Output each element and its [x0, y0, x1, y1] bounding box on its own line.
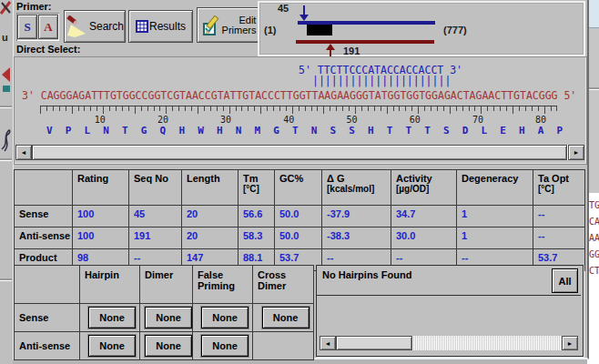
ruler-label-50: 50 — [341, 115, 363, 125]
scroll-right-arrow-icon[interactable]: ► — [568, 145, 584, 160]
results-row-sense[interactable]: Sense 100 45 20 56.6 50.0 -37.9 34.7 1 -… — [15, 206, 585, 228]
checks-header-row: Hairpin Dimer False Priming Cross Dimer — [15, 266, 314, 304]
checks-header-cell: Cross Dimer — [253, 266, 314, 304]
ruler-label-20: 20 — [152, 115, 174, 125]
amino-acid: L — [474, 125, 493, 136]
background-sequence-fragment: CT — [589, 266, 599, 276]
sequence-panel[interactable]: 5' TTCTTCCCATACCACCACCT 3' |||||||||||||… — [14, 56, 587, 165]
background-sequence-fragment: AA — [589, 233, 599, 243]
app-screen: u TG CA AA GG CT Primer: S A — [0, 0, 599, 364]
checks-row-sense: Sense None None None None — [15, 304, 314, 332]
results-header-cell: Rating — [73, 170, 129, 206]
template-sequence[interactable]: 3' CAGGGAGATTTGTGGCCGGTCGTAACCGTATTGTACC… — [22, 89, 576, 102]
antisense-toggle-button[interactable]: A — [38, 15, 58, 39]
amino-acid: G — [267, 125, 286, 136]
antisense-arrow-line — [330, 49, 331, 56]
amino-acid: E — [493, 125, 513, 136]
length-value: 20 — [182, 206, 239, 228]
sense-dimer-none-button[interactable]: None — [145, 307, 192, 329]
degeneracy-value: 1 — [457, 206, 533, 228]
amino-acid: L — [78, 125, 97, 136]
tm-value: 56.6 — [239, 206, 275, 228]
results-header-cell: GC% — [275, 170, 322, 206]
checks-header-cell: Hairpin — [80, 266, 140, 304]
amino-acid: V — [40, 125, 59, 136]
row-label: Anti-sense — [15, 332, 80, 360]
checks-header-cell: False Priming — [193, 266, 253, 304]
ruler-label-60: 60 — [404, 115, 426, 125]
primer-position-diagram: 45 (1) (777) 191 — [258, 1, 585, 56]
checks-header-cell — [15, 266, 80, 304]
sense-toggle-button[interactable]: S — [17, 15, 37, 39]
results-header-cell: Seq No — [129, 170, 182, 206]
scrollbar-thumb[interactable] — [32, 145, 567, 160]
edit-primers-button-label: Edit Primers — [222, 15, 257, 35]
dg-value: -37.9 — [322, 206, 391, 228]
empty-cell — [253, 332, 314, 360]
amino-acid: H — [513, 125, 532, 136]
results-header-cell — [15, 170, 73, 206]
hairpin-horizontal-scrollbar[interactable]: ◄ ► — [320, 336, 578, 350]
results-header-cell: Activity[µg/OD] — [391, 170, 457, 206]
gc-value: 50.0 — [275, 206, 322, 228]
product-region-bar — [307, 25, 332, 35]
results-row-antisense[interactable]: Anti-sense 100 191 20 58.3 50.0 -38.3 30… — [15, 228, 585, 249]
scroll-left-arrow-icon[interactable]: ◄ — [15, 145, 32, 160]
amino-acid: T — [399, 125, 418, 136]
sequence-ruler: 1020304050607080 — [40, 106, 557, 125]
ruler-labels: 1020304050607080 — [40, 106, 557, 125]
sense-false-priming-none-button[interactable]: None — [201, 307, 249, 329]
background-icon-fragment — [0, 0, 12, 15]
taopt-value: -- — [533, 228, 585, 249]
results-header-cell: Ta Opt[°C] — [533, 170, 585, 206]
rating-value: 100 — [73, 228, 129, 249]
results-button[interactable]: Results — [128, 10, 193, 43]
results-header-row: Rating Seq No Length Tm[°C] GC% Δ G[kcal… — [15, 170, 585, 206]
amino-acid: H — [172, 125, 191, 136]
amino-acid: N — [305, 125, 324, 136]
results-header-cell: Δ G[kcals/mol] — [322, 170, 391, 206]
primer-match-bars: |||||||||||||||||||||| — [312, 75, 451, 87]
background-icon-fragment — [0, 64, 12, 95]
scrollbar-track[interactable] — [412, 336, 562, 350]
scroll-left-arrow-icon[interactable]: ◄ — [320, 336, 336, 350]
background-left-strip: u — [0, 0, 13, 364]
amino-acid: H — [361, 125, 381, 136]
background-sequence-fragment: TG — [589, 200, 599, 210]
activity-value: 34.7 — [391, 206, 457, 228]
amino-acid: T — [116, 125, 135, 136]
scroll-right-arrow-icon[interactable]: ► — [562, 336, 578, 350]
amino-acid: M — [248, 125, 267, 136]
sequence-horizontal-scrollbar[interactable]: ◄ ► — [15, 145, 584, 160]
taopt-value: -- — [533, 206, 585, 228]
search-button-label: Search — [89, 20, 124, 33]
amino-acid: N — [229, 125, 249, 136]
seqno-value: 45 — [129, 206, 182, 228]
tm-value: 58.3 — [239, 228, 275, 249]
antisense-dimer-none-button[interactable]: None — [145, 335, 192, 357]
all-button[interactable]: All — [552, 268, 578, 293]
sequence-end-label: (777) — [443, 25, 467, 35]
seqno-value: 191 — [129, 228, 182, 249]
search-button[interactable]: Search — [64, 10, 126, 43]
amino-acid: A — [532, 125, 551, 136]
ruler-label-80: 80 — [530, 115, 552, 125]
ruler-label-30: 30 — [215, 115, 237, 125]
sense-hairpin-none-button[interactable]: None — [88, 307, 136, 329]
panel-divider — [317, 295, 581, 296]
activity-value: 30.0 — [391, 228, 457, 249]
dg-value: -38.3 — [322, 228, 391, 249]
antisense-false-priming-none-button[interactable]: None — [201, 335, 249, 357]
ruler-label-70: 70 — [467, 115, 489, 125]
antisense-hairpin-none-button[interactable]: None — [88, 335, 136, 357]
row-label: Anti-sense — [15, 228, 73, 249]
background-text-fragment: u — [2, 32, 8, 43]
hairpin-detail-panel: No Hairpins Found All ◄ ► — [316, 265, 584, 357]
checks-row-antisense: Anti-sense None None None — [15, 332, 314, 360]
direct-select-label: Direct Select: — [16, 44, 80, 55]
scrollbar-thumb[interactable] — [336, 336, 412, 350]
background-icon-fragment — [0, 126, 12, 155]
edit-primers-button[interactable]: Edit Primers — [197, 7, 262, 43]
cross-dimer-none-button[interactable]: None — [262, 307, 310, 329]
amino-acid: W — [191, 125, 210, 136]
